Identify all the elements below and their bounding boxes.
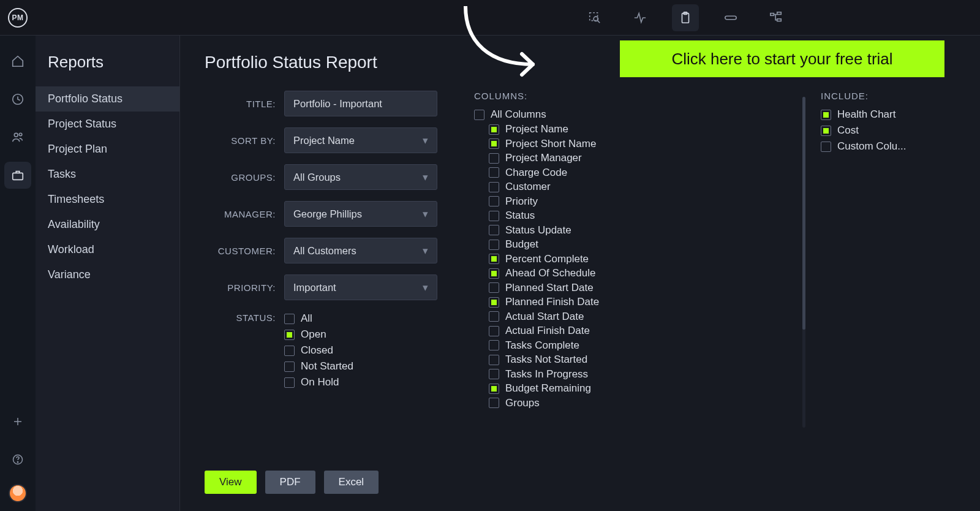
search-icon[interactable]: [581, 4, 608, 31]
checkbox-icon: [489, 225, 499, 235]
manager-select[interactable]: George Phillips▾: [284, 201, 437, 227]
include-heading: INCLUDE:: [821, 91, 956, 101]
include-checkbox[interactable]: Custom Colu...: [821, 140, 956, 153]
chevron-down-icon: ▾: [423, 245, 428, 257]
column-checkbox[interactable]: Budget Remaining: [489, 382, 790, 395]
status-checkbox[interactable]: Open: [284, 328, 437, 341]
groups-select[interactable]: All Groups▾: [284, 164, 437, 190]
column-checkbox[interactable]: Actual Start Date: [489, 311, 790, 323]
customer-select[interactable]: All Customers▾: [284, 238, 437, 263]
sort-select[interactable]: Project Name▾: [284, 127, 437, 153]
status-checkbox[interactable]: On Hold: [284, 376, 437, 388]
column-checkbox[interactable]: Tasks In Progress: [489, 368, 790, 380]
column-checkbox[interactable]: Percent Complete: [489, 253, 790, 265]
column-option-label: Percent Complete: [505, 253, 589, 265]
column-checkbox[interactable]: Planned Start Date: [489, 282, 790, 294]
svg-point-11: [19, 133, 21, 135]
checkbox-icon: [489, 384, 499, 394]
column-option-label: Actual Finish Date: [505, 325, 590, 337]
report-item[interactable]: Project Plan: [36, 137, 179, 162]
column-checkbox[interactable]: Customer: [489, 181, 790, 193]
status-checkbox[interactable]: All: [284, 312, 437, 325]
avatar[interactable]: [9, 484, 27, 502]
column-option-label: Budget Remaining: [505, 382, 591, 395]
column-checkbox[interactable]: Budget: [489, 238, 790, 251]
column-checkbox[interactable]: Tasks Not Started: [489, 354, 790, 366]
title-input[interactable]: Portfolio - Important: [284, 91, 437, 116]
column-checkbox[interactable]: Actual Finish Date: [489, 325, 790, 337]
column-checkbox[interactable]: Charge Code: [489, 167, 790, 179]
manager-label: MANAGER:: [205, 209, 284, 219]
column-option-label: Planned Finish Date: [505, 296, 599, 308]
report-item[interactable]: Tasks: [36, 162, 179, 187]
all-columns-checkbox[interactable]: All Columns: [474, 108, 790, 121]
column-checkbox[interactable]: Ahead Of Schedule: [489, 267, 790, 279]
svg-rect-6: [771, 13, 774, 15]
checkbox-icon: [489, 211, 499, 221]
column-checkbox[interactable]: Project Name: [489, 123, 790, 135]
view-button[interactable]: View: [205, 471, 257, 494]
logo[interactable]: PM: [0, 0, 36, 36]
left-nav: [0, 36, 36, 511]
help-icon[interactable]: [4, 446, 31, 473]
column-checkbox[interactable]: Groups: [489, 397, 790, 409]
column-option-label: Tasks In Progress: [505, 368, 588, 380]
checkbox-icon: [284, 314, 295, 324]
include-option-label: Custom Colu...: [837, 140, 906, 153]
checkbox-icon: [489, 282, 499, 293]
excel-button[interactable]: Excel: [324, 471, 379, 494]
checkbox-icon: [821, 142, 831, 152]
column-checkbox[interactable]: Tasks Complete: [489, 339, 790, 352]
briefcase-icon[interactable]: [4, 162, 31, 189]
column-option-label: Customer: [505, 181, 551, 193]
activity-icon[interactable]: [627, 4, 654, 31]
groups-label: GROUPS:: [205, 172, 284, 183]
checkbox-icon: [489, 326, 499, 336]
column-option-label: Tasks Complete: [505, 339, 579, 352]
report-item[interactable]: Variance: [36, 262, 179, 287]
status-checkbox[interactable]: Closed: [284, 344, 437, 357]
people-icon[interactable]: [4, 124, 31, 151]
report-item[interactable]: Portfolio Status: [36, 86, 179, 112]
column-checkbox[interactable]: Status: [489, 210, 790, 222]
pdf-button[interactable]: PDF: [265, 471, 315, 494]
column-option-label: Priority: [505, 195, 538, 208]
column-checkbox[interactable]: Planned Finish Date: [489, 296, 790, 308]
clipboard-icon[interactable]: [672, 4, 699, 31]
checkbox-icon: [821, 126, 831, 136]
column-checkbox[interactable]: Project Manager: [489, 152, 790, 164]
checkbox-icon: [489, 138, 499, 149]
column-option-label: Project Manager: [505, 152, 582, 164]
chevron-down-icon: ▾: [423, 208, 428, 220]
report-item[interactable]: Workload: [36, 237, 179, 262]
svg-point-16: [17, 462, 18, 463]
chevron-down-icon: ▾: [423, 282, 428, 293]
form-column: TITLE: Portfolio - Important SORT BY: Pr…: [205, 91, 437, 411]
arrow-annotation: [453, 6, 557, 80]
column-checkbox[interactable]: Status Update: [489, 224, 790, 237]
report-item[interactable]: Timesheets: [36, 187, 179, 212]
recent-icon[interactable]: [4, 86, 31, 113]
priority-select[interactable]: Important▾: [284, 274, 437, 300]
checkbox-icon: [474, 110, 484, 120]
include-checkbox[interactable]: Cost: [821, 124, 956, 137]
link-icon[interactable]: [717, 4, 744, 31]
report-item[interactable]: Availability: [36, 212, 179, 237]
columns-column: COLUMNS: All Columns Project NameProject…: [462, 91, 790, 411]
report-item[interactable]: Project Status: [36, 112, 179, 137]
free-trial-cta[interactable]: Click here to start your free trial: [620, 40, 944, 77]
column-checkbox[interactable]: Project Short Name: [489, 138, 790, 150]
customer-label: CUSTOMER:: [205, 246, 284, 256]
checkbox-icon: [489, 240, 499, 250]
reports-heading: Reports: [36, 53, 179, 86]
column-option-label: Groups: [505, 397, 540, 409]
column-option-label: Actual Start Date: [505, 311, 584, 323]
column-checkbox[interactable]: Priority: [489, 195, 790, 208]
include-checkbox[interactable]: Health Chart: [821, 108, 956, 121]
home-icon[interactable]: [4, 48, 31, 75]
flow-icon[interactable]: [763, 4, 790, 31]
scrollbar[interactable]: [802, 97, 806, 428]
status-checkbox[interactable]: Not Started: [284, 360, 437, 373]
add-icon[interactable]: [4, 408, 31, 435]
svg-rect-7: [777, 12, 781, 14]
